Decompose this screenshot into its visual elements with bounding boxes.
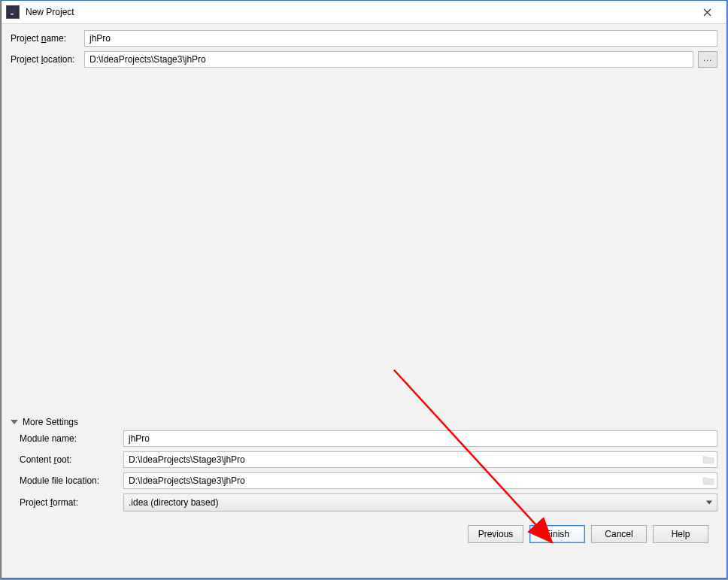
spacer bbox=[11, 72, 717, 411]
project-format-row: Project format: .idea (directory based) bbox=[20, 493, 717, 512]
chevron-down-icon bbox=[11, 420, 18, 424]
module-name-input[interactable] bbox=[123, 430, 717, 447]
more-settings-panel: Module name: Content root: bbox=[11, 430, 717, 516]
module-name-label: Module name: bbox=[20, 433, 123, 444]
project-name-row: Project name: bbox=[11, 30, 717, 47]
project-location-row: Project location: ... bbox=[11, 51, 717, 68]
module-file-location-label: Module file location: bbox=[20, 475, 123, 486]
content-root-label: Content root: bbox=[20, 454, 123, 465]
cancel-button[interactable]: Cancel bbox=[591, 525, 647, 543]
more-settings-label: More Settings bbox=[23, 417, 78, 427]
chevron-down-icon bbox=[706, 501, 712, 505]
close-button[interactable] bbox=[692, 1, 722, 23]
previous-button[interactable]: Previous bbox=[468, 525, 523, 543]
module-name-row: Module name: bbox=[20, 430, 717, 447]
project-format-value: .idea (directory based) bbox=[129, 497, 218, 508]
project-name-input[interactable] bbox=[84, 30, 717, 47]
help-button[interactable]: Help bbox=[653, 525, 708, 543]
project-format-label: Project format: bbox=[20, 497, 123, 508]
project-location-label: Project location: bbox=[11, 54, 84, 65]
more-settings-toggle[interactable]: More Settings bbox=[11, 414, 717, 430]
module-file-location-input[interactable] bbox=[123, 472, 717, 489]
app-icon bbox=[6, 5, 20, 19]
project-location-input[interactable] bbox=[84, 51, 693, 68]
project-location-browse-button[interactable]: ... bbox=[698, 51, 717, 68]
svg-rect-1 bbox=[11, 14, 14, 15]
folder-icon[interactable] bbox=[702, 475, 714, 486]
finish-button[interactable]: Finish bbox=[529, 525, 585, 543]
content-root-input[interactable] bbox=[123, 451, 717, 468]
window-title: New Project bbox=[26, 7, 692, 17]
content-root-row: Content root: bbox=[20, 451, 717, 468]
dialog-content: Project name: Project location: ... More… bbox=[2, 24, 726, 578]
new-project-dialog: New Project Project name: Project locati… bbox=[1, 0, 727, 578]
project-name-label: Project name: bbox=[11, 33, 84, 44]
dialog-button-row: Previous Finish Cancel Help bbox=[11, 516, 717, 552]
titlebar: New Project bbox=[2, 1, 726, 24]
folder-icon[interactable] bbox=[702, 454, 714, 465]
project-format-select[interactable]: .idea (directory based) bbox=[123, 493, 717, 512]
module-file-location-row: Module file location: bbox=[20, 472, 717, 489]
